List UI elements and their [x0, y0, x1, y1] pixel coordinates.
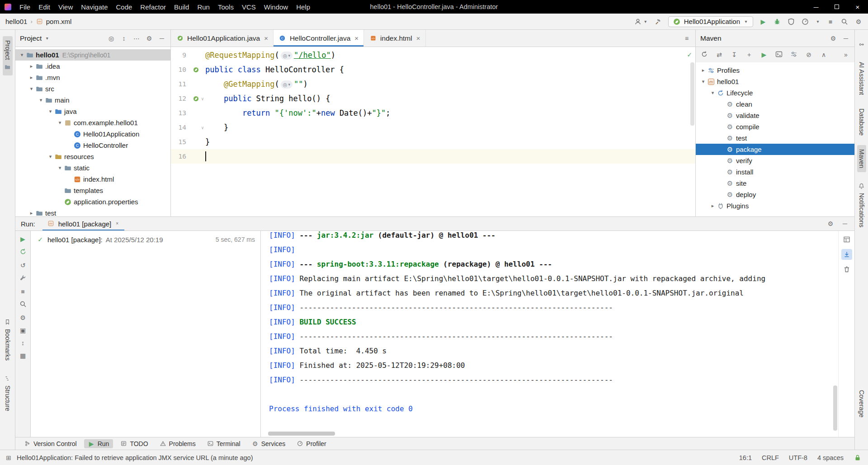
project-select-target-button[interactable]: ◎: [107, 34, 115, 42]
maven-add-button[interactable]: +: [745, 51, 753, 59]
chevron-down-icon[interactable]: ▾: [56, 165, 64, 171]
breadcrumb-item-pom-xml[interactable]: mpom.xml: [36, 18, 72, 26]
project-view-options-button[interactable]: ⋯: [132, 34, 141, 42]
project-item-idea[interactable]: ▸.idea: [15, 61, 170, 72]
status-line-separator[interactable]: CRLF: [762, 454, 779, 461]
close-icon[interactable]: ×: [264, 34, 268, 42]
debug-button[interactable]: [773, 18, 781, 26]
editor-tab-hellocontroller-java[interactable]: CHelloController.java×: [274, 30, 364, 47]
stripe-coverage[interactable]: Coverage: [857, 386, 866, 422]
menu-code[interactable]: Code: [112, 0, 136, 14]
project-item-src[interactable]: ▾src: [15, 83, 170, 94]
mapping-inlay-icon[interactable]: ◎▾: [281, 52, 292, 60]
project-item-static[interactable]: ▾static: [15, 162, 170, 174]
chevron-right-icon[interactable]: ▸: [709, 203, 717, 209]
maven-item-site[interactable]: ⚙site: [696, 178, 854, 189]
coverage-button[interactable]: [787, 18, 795, 26]
maven-download-button[interactable]: ↧: [730, 51, 738, 59]
status-encoding[interactable]: UTF-8: [789, 454, 807, 461]
run-wrench-button[interactable]: [19, 274, 27, 283]
project-item-index-html[interactable]: </>index.html: [15, 174, 170, 185]
maven-item-compile[interactable]: ⚙compile: [696, 121, 854, 132]
maven-execute-button[interactable]: [775, 50, 783, 59]
chevron-down-icon[interactable]: ▾: [37, 97, 45, 103]
chevron-down-icon[interactable]: ▾: [47, 108, 54, 114]
run-config-select[interactable]: Hello01Application▾: [668, 16, 753, 27]
menu-vcs[interactable]: VCS: [238, 0, 260, 14]
menu-file[interactable]: File: [15, 0, 34, 14]
run-tab[interactable]: m hello01 [package] ×: [42, 217, 125, 230]
menu-run[interactable]: Run: [193, 0, 214, 14]
editor-tab-index-html[interactable]: </>index.html×: [364, 30, 425, 47]
maven-settings-button[interactable]: ⚙: [829, 34, 837, 42]
run-swap-button[interactable]: ↕: [19, 339, 27, 347]
close-icon[interactable]: ×: [354, 34, 359, 42]
run-restart-button[interactable]: ↺: [19, 261, 27, 269]
close-button[interactable]: ×: [847, 0, 868, 14]
chevron-right-icon[interactable]: ▸: [28, 210, 35, 216]
close-icon[interactable]: ×: [114, 220, 120, 228]
menu-help[interactable]: Help: [292, 0, 314, 14]
maven-filter-button[interactable]: [790, 50, 798, 59]
menu-tools[interactable]: Tools: [214, 0, 238, 14]
stripe-structure[interactable]: Structure: [3, 370, 13, 415]
chevron-right-icon[interactable]: ▸: [28, 75, 35, 80]
fold-marker-icon[interactable]: ∨: [200, 125, 205, 130]
maven-item-validate[interactable]: ⚙validate: [696, 110, 854, 121]
console-horizontal-scrollbar[interactable]: [268, 432, 335, 436]
fold-marker-icon[interactable]: ∨: [200, 96, 205, 101]
menu-refactor[interactable]: Refactor: [136, 0, 170, 14]
toolwindow-button-profiler[interactable]: Profiler: [292, 439, 330, 448]
run-rerun-button[interactable]: [19, 248, 27, 257]
project-item-main[interactable]: ▾main: [15, 94, 170, 106]
maven-skip-tests-button[interactable]: ⊘: [805, 51, 813, 59]
menu-window[interactable]: Window: [260, 0, 292, 14]
build-button[interactable]: [654, 18, 662, 26]
project-hide-button[interactable]: ─: [158, 34, 166, 42]
maven-item-verify[interactable]: ⚙verify: [696, 155, 854, 166]
project-item-templates[interactable]: templates: [15, 185, 170, 196]
run-grid-button[interactable]: ▦: [19, 352, 27, 360]
project-settings-button[interactable]: ⚙: [145, 34, 153, 42]
maven-reload-button[interactable]: [700, 50, 708, 59]
menu-edit[interactable]: Edit: [34, 0, 54, 14]
maven-item-profiles[interactable]: ▸Profiles: [696, 65, 854, 76]
maven-hide-button[interactable]: ─: [842, 34, 850, 42]
project-item-hellocontroller[interactable]: CHelloController: [15, 140, 170, 151]
run-find-button[interactable]: [19, 300, 27, 309]
profiler-button[interactable]: [801, 18, 809, 26]
maven-run-goal-button[interactable]: ▶: [760, 51, 768, 59]
stripe-ai-assistant[interactable]: AI Assistant: [857, 58, 866, 99]
toolwindow-button-run[interactable]: ▶Run: [84, 439, 113, 448]
project-item-application-properties[interactable]: application.properties: [15, 196, 170, 207]
chevron-right-icon[interactable]: ▸: [28, 63, 35, 69]
maven-collapse-all-button[interactable]: ∧: [820, 51, 828, 59]
project-item-hello01application[interactable]: CHello01Application: [15, 128, 170, 140]
stripe-bookmarks[interactable]: Bookmarks: [3, 314, 13, 365]
close-icon[interactable]: ×: [416, 34, 420, 42]
ide-settings-button[interactable]: ⚙: [854, 18, 863, 26]
maven-item-hello01[interactable]: ▾mhello01: [696, 76, 854, 87]
maven-item-clean[interactable]: ⚙clean: [696, 99, 854, 110]
chevron-right-icon[interactable]: ▸: [699, 67, 707, 73]
editor-scrollbar[interactable]: [690, 62, 694, 126]
console-clear-button[interactable]: [841, 264, 852, 275]
minimize-button[interactable]: ─: [806, 0, 826, 14]
run-settings-button[interactable]: ⚙: [19, 314, 27, 322]
chevron-down-icon[interactable]: ▾: [18, 52, 26, 58]
run-button[interactable]: ▶: [759, 18, 767, 26]
toolwindow-button-version-control[interactable]: Version Control: [20, 439, 81, 448]
more-run-actions-button[interactable]: ▾: [815, 18, 821, 26]
project-expand-collapse-button[interactable]: ↕: [120, 34, 128, 42]
editor-tab-hello01application-java[interactable]: Hello01Application.java×: [171, 30, 274, 47]
maven-sync-button[interactable]: ⇄: [715, 51, 723, 59]
stripe-database[interactable]: Database: [857, 104, 866, 140]
run-result-row[interactable]: ✓ hello01 [package]: At 2025/5/12 20:19 …: [31, 234, 260, 245]
maven-item-plugins[interactable]: ▸Plugins: [696, 200, 854, 211]
toolwindow-button-problems[interactable]: Problems: [156, 439, 200, 448]
toolwindow-button-services[interactable]: ⚙Services: [248, 439, 290, 448]
menu-view[interactable]: View: [54, 0, 77, 14]
project-item-java[interactable]: ▾java: [15, 106, 170, 117]
toolwindow-button-todo[interactable]: TODO: [116, 439, 152, 448]
code-editor[interactable]: 9@RequestMapping(◎▾"/hello")10public cla…: [171, 47, 695, 216]
